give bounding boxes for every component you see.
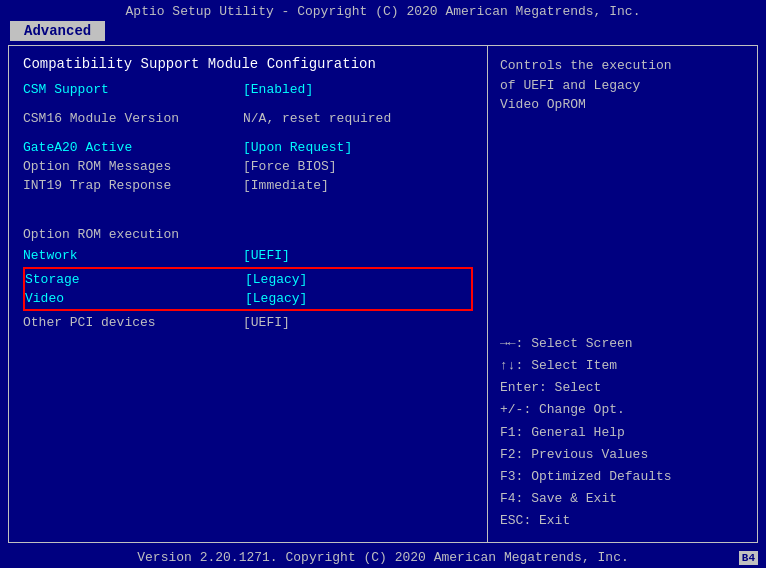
footer-bar: Version 2.20.1271. Copyright (C) 2020 Am… <box>0 547 766 568</box>
key-hints: →←: Select Screen ↑↓: Select Item Enter:… <box>500 333 745 532</box>
option-rom-messages-value: [Force BIOS] <box>243 159 337 174</box>
key-hint-esc: ESC: Exit <box>500 510 745 532</box>
bios-setup-screen: Aptio Setup Utility - Copyright (C) 2020… <box>0 0 766 568</box>
help-line-3: Video OpROM <box>500 97 586 112</box>
option-rom-messages-label: Option ROM Messages <box>23 159 243 174</box>
csm-support-row[interactable]: CSM Support [Enabled] <box>23 82 473 97</box>
video-label: Video <box>25 291 245 306</box>
csm-support-label: CSM Support <box>23 82 243 97</box>
int19-label: INT19 Trap Response <box>23 178 243 193</box>
network-row[interactable]: Network [UEFI] <box>23 248 473 263</box>
highlight-box: Storage [Legacy] Video [Legacy] <box>23 267 473 311</box>
key-hint-change: +/-: Change Opt. <box>500 399 745 421</box>
gatea20-row[interactable]: GateA20 Active [Upon Request] <box>23 140 473 155</box>
tab-advanced[interactable]: Advanced <box>10 21 105 41</box>
int19-value: [Immediate] <box>243 178 329 193</box>
network-value: [UEFI] <box>243 248 290 263</box>
section-title: Compatibility Support Module Configurati… <box>23 56 473 72</box>
help-divider <box>500 115 745 326</box>
key-hint-select-item: ↑↓: Select Item <box>500 355 745 377</box>
video-value: [Legacy] <box>245 291 307 306</box>
key-hint-f2: F2: Previous Values <box>500 444 745 466</box>
tab-bar: Advanced <box>0 21 766 41</box>
csm16-row: CSM16 Module Version N/A, reset required <box>23 111 473 126</box>
storage-label: Storage <box>25 272 245 287</box>
int19-row[interactable]: INT19 Trap Response [Immediate] <box>23 178 473 193</box>
storage-row[interactable]: Storage [Legacy] <box>25 270 471 289</box>
storage-value: [Legacy] <box>245 272 307 287</box>
subsection-title: Option ROM execution <box>23 227 473 242</box>
help-text: Controls the execution of UEFI and Legac… <box>500 56 745 115</box>
footer-text: Version 2.20.1271. Copyright (C) 2020 Am… <box>137 550 628 565</box>
key-hint-select-screen: →←: Select Screen <box>500 333 745 355</box>
header-title: Aptio Setup Utility - Copyright (C) 2020… <box>126 4 641 19</box>
csm-support-value: [Enabled] <box>243 82 313 97</box>
key-hint-enter: Enter: Select <box>500 377 745 399</box>
csm16-value: N/A, reset required <box>243 111 391 126</box>
key-hint-f1: F1: General Help <box>500 422 745 444</box>
other-pci-row[interactable]: Other PCI devices [UEFI] <box>23 315 473 330</box>
network-label: Network <box>23 248 243 263</box>
corner-indicator: B4 <box>739 551 758 565</box>
other-pci-label: Other PCI devices <box>23 315 243 330</box>
help-line-2: of UEFI and Legacy <box>500 78 640 93</box>
main-content: Compatibility Support Module Configurati… <box>8 45 758 543</box>
header-bar: Aptio Setup Utility - Copyright (C) 2020… <box>0 0 766 21</box>
other-pci-value: [UEFI] <box>243 315 290 330</box>
option-rom-messages-row[interactable]: Option ROM Messages [Force BIOS] <box>23 159 473 174</box>
key-hint-f3: F3: Optimized Defaults <box>500 466 745 488</box>
help-line-1: Controls the execution <box>500 58 672 73</box>
gatea20-label: GateA20 Active <box>23 140 243 155</box>
left-panel: Compatibility Support Module Configurati… <box>8 45 488 543</box>
key-hint-f4: F4: Save & Exit <box>500 488 745 510</box>
gatea20-value: [Upon Request] <box>243 140 352 155</box>
right-panel: Controls the execution of UEFI and Legac… <box>488 45 758 543</box>
csm16-label: CSM16 Module Version <box>23 111 243 126</box>
video-row[interactable]: Video [Legacy] <box>25 289 471 308</box>
